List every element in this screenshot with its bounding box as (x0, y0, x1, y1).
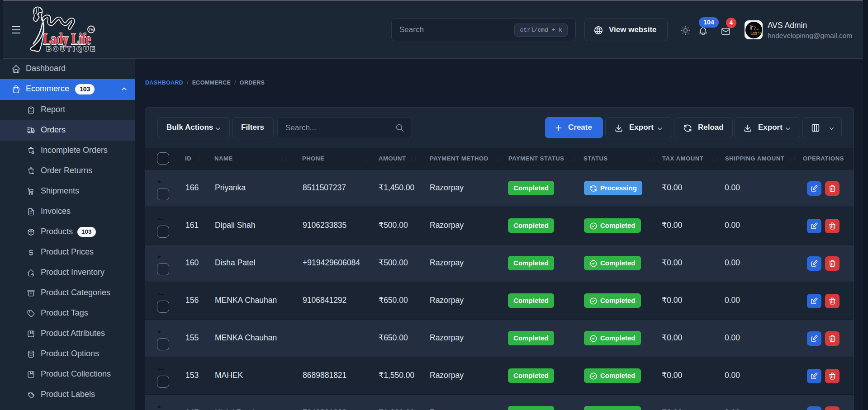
svg-text:Lady Life: Lady Life (750, 31, 763, 34)
svg-text:BOUTIQUE: BOUTIQUE (47, 45, 97, 52)
svg-text:TM: TM (89, 28, 94, 32)
